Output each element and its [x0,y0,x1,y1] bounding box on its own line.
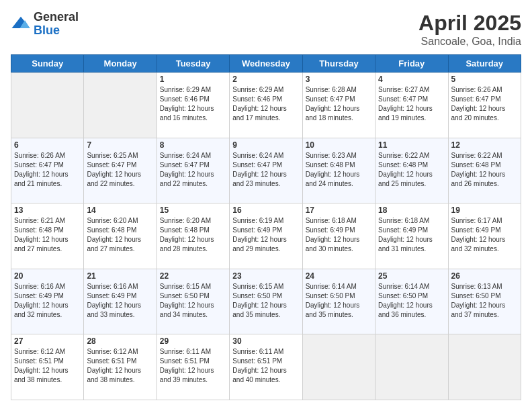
calendar-cell: 3 Sunrise: 6:28 AM Sunset: 6:47 PM Dayli… [302,73,375,138]
sunrise-label: Sunrise: 6:20 AM [87,217,138,224]
day-info: Sunrise: 6:17 AM Sunset: 6:49 PM Dayligh… [451,216,518,254]
calendar-cell: 6 Sunrise: 6:26 AM Sunset: 6:47 PM Dayli… [11,138,84,203]
calendar-cell: 10 Sunrise: 6:23 AM Sunset: 6:48 PM Dayl… [302,138,375,203]
day-number: 13 [14,205,81,215]
calendar-cell: 7 Sunrise: 6:25 AM Sunset: 6:47 PM Dayli… [84,138,157,203]
calendar-cell: 18 Sunrise: 6:18 AM Sunset: 6:49 PM Dayl… [375,203,448,269]
daylight-label: Daylight: 12 hours and 31 minutes. [378,236,433,253]
calendar-cell [375,334,448,400]
sunset-label: Sunset: 6:50 PM [306,292,355,300]
sunset-label: Sunset: 6:48 PM [87,226,136,234]
day-info: Sunrise: 6:19 AM Sunset: 6:49 PM Dayligh… [232,216,299,254]
sunset-label: Sunset: 6:50 PM [160,292,210,300]
day-info: Sunrise: 6:20 AM Sunset: 6:48 PM Dayligh… [87,216,153,254]
day-info: Sunrise: 6:18 AM Sunset: 6:49 PM Dayligh… [306,216,372,254]
day-header-monday: Monday [84,55,157,73]
day-number: 30 [232,336,299,346]
sunset-label: Sunset: 6:51 PM [232,357,282,365]
sunrise-label: Sunrise: 6:13 AM [451,283,502,290]
sunrise-label: Sunrise: 6:29 AM [160,86,211,93]
logo-general: General [34,11,79,24]
calendar-cell: 12 Sunrise: 6:22 AM Sunset: 6:48 PM Dayl… [448,138,521,203]
logo-blue: Blue [34,24,79,38]
daylight-label: Daylight: 12 hours and 18 minutes. [306,105,360,122]
daylight-label: Daylight: 12 hours and 30 minutes. [306,236,360,253]
week-row-5: 27 Sunrise: 6:12 AM Sunset: 6:51 PM Dayl… [11,334,521,400]
week-row-4: 20 Sunrise: 6:16 AM Sunset: 6:49 PM Dayl… [11,269,521,334]
calendar-cell [302,334,375,400]
day-number: 3 [306,75,372,84]
day-number: 28 [87,336,153,346]
day-number: 1 [160,75,226,84]
page: General Blue April 2025 Sancoale, Goa, I… [0,0,532,411]
day-info: Sunrise: 6:13 AM Sunset: 6:50 PM Dayligh… [451,282,518,320]
day-info: Sunrise: 6:29 AM Sunset: 6:46 PM Dayligh… [232,85,299,123]
day-number: 18 [378,205,445,215]
sunset-label: Sunset: 6:46 PM [232,95,282,103]
sunset-label: Sunset: 6:47 PM [451,95,501,103]
sunset-label: Sunset: 6:49 PM [87,292,136,300]
daylight-label: Daylight: 12 hours and 23 minutes. [232,171,287,187]
calendar-cell: 14 Sunrise: 6:20 AM Sunset: 6:48 PM Dayl… [84,203,157,269]
calendar-cell: 4 Sunrise: 6:27 AM Sunset: 6:47 PM Dayli… [375,73,448,138]
week-row-3: 13 Sunrise: 6:21 AM Sunset: 6:48 PM Dayl… [11,203,521,269]
sunrise-label: Sunrise: 6:12 AM [87,348,138,355]
sunset-label: Sunset: 6:49 PM [232,226,282,234]
day-number: 27 [14,336,81,346]
day-header-saturday: Saturday [448,55,521,73]
day-number: 14 [87,205,153,215]
daylight-label: Daylight: 12 hours and 32 minutes. [451,236,506,253]
day-number: 16 [232,205,299,215]
day-info: Sunrise: 6:28 AM Sunset: 6:47 PM Dayligh… [306,85,372,123]
day-number: 10 [306,140,372,150]
daylight-label: Daylight: 12 hours and 29 minutes. [232,236,287,253]
day-header-tuesday: Tuesday [157,55,229,73]
day-number: 24 [306,271,372,281]
week-row-2: 6 Sunrise: 6:26 AM Sunset: 6:47 PM Dayli… [11,138,521,203]
daylight-label: Daylight: 12 hours and 40 minutes. [232,367,287,383]
calendar-cell: 1 Sunrise: 6:29 AM Sunset: 6:46 PM Dayli… [157,73,229,138]
daylight-label: Daylight: 12 hours and 32 minutes. [14,302,69,318]
daylight-label: Daylight: 12 hours and 35 minutes. [306,302,360,318]
sunrise-label: Sunrise: 6:12 AM [14,348,65,355]
calendar-cell [448,334,521,400]
sunset-label: Sunset: 6:50 PM [378,292,428,300]
day-number: 17 [306,205,372,215]
day-info: Sunrise: 6:14 AM Sunset: 6:50 PM Dayligh… [378,282,445,320]
sunrise-label: Sunrise: 6:26 AM [14,152,65,159]
sunset-label: Sunset: 6:48 PM [14,226,64,234]
sunset-label: Sunset: 6:48 PM [306,161,355,169]
day-number: 19 [451,205,518,215]
sunrise-label: Sunrise: 6:14 AM [306,283,357,290]
calendar-cell: 15 Sunrise: 6:20 AM Sunset: 6:48 PM Dayl… [157,203,229,269]
day-number: 6 [14,140,81,150]
sunset-label: Sunset: 6:51 PM [87,357,136,365]
day-info: Sunrise: 6:24 AM Sunset: 6:47 PM Dayligh… [160,151,226,189]
sunrise-label: Sunrise: 6:26 AM [451,86,502,93]
sunset-label: Sunset: 6:46 PM [160,95,210,103]
calendar-cell: 30 Sunrise: 6:11 AM Sunset: 6:51 PM Dayl… [230,334,302,400]
day-info: Sunrise: 6:26 AM Sunset: 6:47 PM Dayligh… [451,85,518,123]
day-header-sunday: Sunday [11,55,84,73]
day-number: 4 [378,75,445,84]
daylight-label: Daylight: 12 hours and 33 minutes. [87,302,141,318]
sunrise-label: Sunrise: 6:27 AM [378,86,429,93]
day-info: Sunrise: 6:27 AM Sunset: 6:47 PM Dayligh… [378,85,445,123]
day-header-wednesday: Wednesday [230,55,302,73]
subtitle: Sancoale, Goa, India [418,36,521,48]
day-number: 2 [232,75,299,84]
main-title: April 2025 [418,11,521,36]
sunrise-label: Sunrise: 6:21 AM [14,217,65,224]
sunrise-label: Sunrise: 6:17 AM [451,217,502,224]
sunset-label: Sunset: 6:48 PM [160,226,210,234]
calendar-cell: 16 Sunrise: 6:19 AM Sunset: 6:49 PM Dayl… [230,203,302,269]
day-info: Sunrise: 6:11 AM Sunset: 6:51 PM Dayligh… [160,347,226,385]
sunrise-label: Sunrise: 6:14 AM [378,283,429,290]
sunset-label: Sunset: 6:47 PM [378,95,428,103]
day-header-friday: Friday [375,55,448,73]
day-info: Sunrise: 6:21 AM Sunset: 6:48 PM Dayligh… [14,216,81,254]
day-info: Sunrise: 6:23 AM Sunset: 6:48 PM Dayligh… [306,151,372,189]
day-number: 29 [160,336,226,346]
calendar-cell: 24 Sunrise: 6:14 AM Sunset: 6:50 PM Dayl… [302,269,375,334]
daylight-label: Daylight: 12 hours and 38 minutes. [87,367,141,383]
